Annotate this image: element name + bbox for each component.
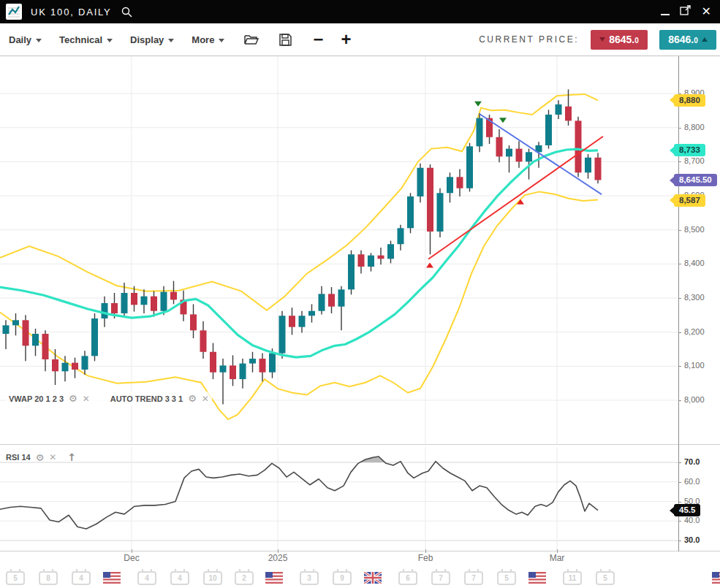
calendar-event-icon[interactable]: 10 (203, 571, 222, 585)
buy-price-button[interactable]: 8646.0 (659, 30, 716, 50)
calendar-event-icon[interactable]: 3 (300, 571, 319, 585)
rsi-settings-gear-icon[interactable]: ⚙ (36, 452, 45, 463)
save-icon[interactable] (278, 33, 292, 47)
calendar-event-icon[interactable]: 11 (563, 571, 582, 585)
bull-candle (466, 146, 473, 188)
calendar-event-icon[interactable]: 5 (497, 571, 516, 585)
timeframe-menu-label: Daily (9, 34, 31, 45)
axis-tick-mark (678, 298, 681, 299)
rsi-axis-label: 40.0 (684, 516, 700, 524)
rsi-axis-label: 60.0 (684, 477, 700, 486)
bull-candle (82, 356, 88, 370)
search-icon[interactable] (121, 6, 133, 18)
open-folder-icon[interactable] (243, 33, 259, 46)
rsi-remove-icon[interactable]: ✕ (49, 452, 56, 462)
instrument-title: UK 100, DAILY (31, 7, 112, 18)
rsi-bottom-divider (0, 551, 720, 551)
title-bar: UK 100, DAILY ✕ (0, 0, 720, 23)
calendar-event-icon[interactable]: 5 (596, 571, 615, 585)
technical-menu[interactable]: Technical (59, 34, 113, 45)
rsi-overbought-fill (0, 457, 598, 529)
rsi-value-tag: 45.5 (674, 504, 700, 516)
zoom-out-button[interactable]: − (313, 32, 323, 47)
auto-trend-settings-gear-icon[interactable]: ⚙ (188, 393, 197, 404)
bear-candle (190, 314, 197, 330)
close-button[interactable]: ✕ (702, 6, 711, 18)
calendar-event-icon[interactable]: 7 (431, 571, 450, 585)
bull-candle (220, 365, 227, 372)
rsi-move-up-icon[interactable]: ↑ (67, 451, 76, 463)
us-flag-event-icon[interactable] (712, 572, 720, 587)
price-axis-label: 8,100 (684, 361, 705, 370)
uk-flag-event-icon[interactable] (364, 572, 382, 587)
bull-candle (387, 244, 394, 259)
display-menu[interactable]: Display (130, 34, 174, 45)
bear-candle (328, 294, 335, 306)
price-axis-line (678, 56, 679, 551)
zoom-in-button[interactable]: + (341, 32, 351, 47)
rsi-indicator-label: RSI 14 (6, 453, 31, 462)
bull-candle (3, 325, 10, 334)
trading-app-window: { "titlebar": { "title": "UK 100, DAILY"… (0, 0, 720, 588)
chevron-down-icon (36, 39, 42, 42)
popout-button[interactable] (680, 4, 691, 19)
date-axis-label: 2025 (268, 553, 288, 563)
bear-candle (151, 297, 157, 311)
calendar-event-icon[interactable]: 6 (398, 571, 417, 585)
vwap-remove-icon[interactable]: ✕ (83, 394, 90, 404)
bull-candle (368, 256, 374, 267)
us-flag-event-icon[interactable] (265, 572, 283, 587)
bull-candle (506, 149, 512, 157)
date-axis-label: Feb (418, 553, 433, 563)
bull-candle (447, 177, 453, 193)
indicator-labels: VWAP 20 1 2 3 ⚙ ✕ AUTO TREND 3 3 1 ⚙ ✕ (6, 392, 212, 405)
sell-price-button[interactable]: 8645.0 (591, 30, 648, 50)
price-axis-label: 8,300 (684, 293, 705, 302)
bull-candle (338, 289, 345, 306)
calendar-event-icon[interactable]: 9 (333, 571, 352, 585)
bear-candle (378, 256, 384, 259)
bull-candle (407, 196, 414, 228)
auto-trend-indicator-label: AUTO TREND 3 3 1 (110, 394, 183, 403)
price-down-arrow-icon (599, 37, 605, 42)
calendar-event-icon[interactable]: 2 (235, 571, 254, 585)
vwap-indicator-label: VWAP 20 1 2 3 (9, 394, 64, 403)
bear-candle (230, 365, 236, 379)
bull-candle (141, 297, 148, 305)
chart-toolbar: Daily Technical Display More − + CURRENT… (0, 23, 720, 56)
price-axis-label: 8,700 (684, 156, 705, 165)
axis-tick-mark (678, 366, 681, 367)
auto-trend-remove-icon[interactable]: ✕ (202, 394, 209, 404)
calendar-event-icon[interactable]: 4 (72, 571, 91, 585)
calendar-event-icon[interactable]: 4 (170, 571, 189, 585)
price-chart-canvas[interactable] (0, 56, 678, 444)
calendar-event-icon[interactable]: 8 (39, 571, 58, 585)
calendar-event-icon[interactable]: 7 (464, 571, 483, 585)
bear-candle (565, 107, 572, 121)
axis-tick-mark (678, 332, 681, 333)
bear-candle (170, 292, 177, 300)
us-flag-event-icon[interactable] (528, 572, 546, 587)
rsi-chart-canvas[interactable] (0, 447, 678, 551)
vwap-settings-gear-icon[interactable]: ⚙ (69, 393, 77, 404)
bull-candle (91, 318, 98, 356)
bull-candle (348, 254, 355, 289)
timeframe-menu[interactable]: Daily (9, 34, 42, 45)
bull-candle (437, 193, 444, 232)
calendar-event-icon[interactable]: 4 (137, 571, 156, 585)
bear-candle (42, 334, 49, 359)
bull-candle (545, 115, 552, 145)
rsi-axis-label: 30.0 (684, 535, 700, 544)
us-flag-event-icon[interactable] (103, 572, 121, 587)
bear-candle (52, 359, 58, 371)
date-axis-label: Mar (550, 553, 565, 563)
bull-candle (585, 158, 591, 173)
calendar-event-icon[interactable]: 5 (6, 571, 25, 585)
more-menu[interactable]: More (192, 34, 224, 45)
bull-candle (526, 152, 532, 161)
minimize-button[interactable] (661, 14, 670, 15)
bull-candle (299, 316, 306, 327)
axis-tick-mark (678, 400, 681, 401)
price-tag: 8,733 (674, 144, 705, 156)
bollinger-lower-band (0, 191, 598, 419)
